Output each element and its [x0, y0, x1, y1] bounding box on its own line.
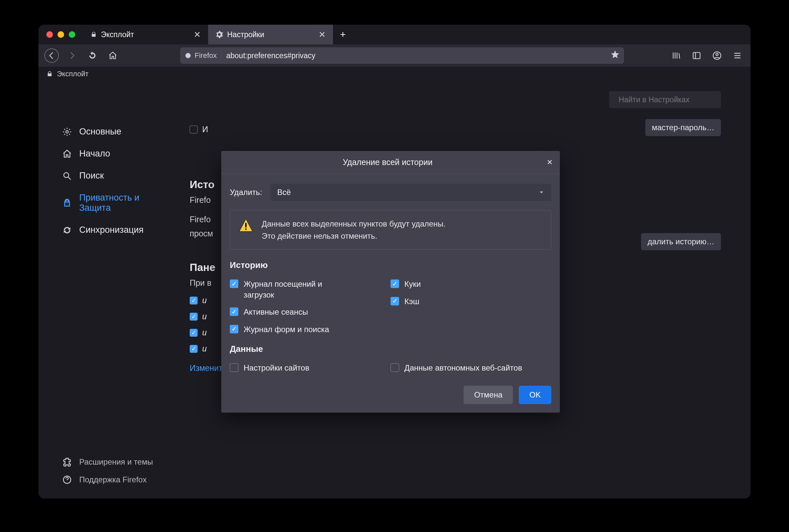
- new-tab-button[interactable]: +: [333, 29, 353, 40]
- search-icon: [614, 96, 615, 103]
- group-heading-history: Историю: [230, 260, 551, 270]
- sidebar-item-label: Расширения и темы: [79, 457, 153, 467]
- tab-exploit[interactable]: Эксплойт ✕: [83, 25, 208, 44]
- settings-search[interactable]: [609, 91, 721, 108]
- preferences-content: Основные Начало Поиск Приватность и Защи…: [38, 81, 751, 498]
- lock-icon: [46, 71, 53, 77]
- close-icon[interactable]: ✕: [319, 30, 326, 40]
- checkbox-site-settings[interactable]: Настройки сайтов: [230, 359, 390, 377]
- timerange-select[interactable]: Всё: [271, 184, 551, 201]
- maximize-window-icon[interactable]: [69, 31, 75, 38]
- dialog-title: Удаление всей истории: [229, 157, 547, 167]
- tab-strip: Эксплойт ✕ Настройки ✕ +: [38, 25, 751, 44]
- svg-point-5: [64, 173, 69, 177]
- identity-label: Firefox: [195, 51, 217, 60]
- chevron-down-icon: [538, 189, 545, 196]
- sidebar-item-privacy[interactable]: Приватность и Защита: [58, 187, 183, 219]
- warning-line: Данные всех выделенных пунктов будут уда…: [262, 218, 445, 230]
- sidebar-item-label: Приватность и Защита: [79, 193, 165, 213]
- warning-box: Данные всех выделенных пунктов будут уда…: [230, 210, 551, 250]
- bookmark-star-icon[interactable]: [611, 50, 619, 61]
- sidebar-item-sync[interactable]: Синхронизация: [58, 219, 183, 241]
- menu-icon[interactable]: [730, 48, 745, 63]
- forward-button[interactable]: [65, 48, 79, 63]
- identity-box[interactable]: Firefox: [185, 51, 222, 60]
- svg-rect-8: [245, 223, 247, 228]
- checkbox-label: Активные сеансы: [244, 307, 308, 317]
- window-controls: [38, 31, 83, 38]
- checkbox-sessions[interactable]: Активные сеансы: [230, 303, 390, 321]
- close-icon[interactable]: ✕: [194, 30, 201, 40]
- sidebar-item-general[interactable]: Основные: [58, 121, 183, 143]
- checkbox-label: Кэш: [404, 296, 419, 307]
- checkbox-label: Куки: [404, 279, 421, 289]
- warning-line: Это действие нельзя отменить.: [262, 230, 445, 242]
- tab-settings[interactable]: Настройки ✕: [208, 25, 333, 44]
- svg-rect-9: [245, 229, 247, 230]
- warning-icon: [238, 218, 254, 233]
- svg-rect-1: [693, 53, 700, 59]
- timerange-label: Удалить:: [230, 188, 262, 197]
- preferences-sidebar: Основные Начало Поиск Приватность и Защи…: [38, 81, 190, 498]
- select-value: Всё: [277, 188, 291, 197]
- master-password-button[interactable]: мастер-пароль…: [645, 119, 721, 136]
- sidebar-item-label: Синхронизация: [79, 225, 144, 235]
- tab-label: Эксплойт: [101, 30, 134, 39]
- svg-point-0: [186, 53, 191, 58]
- checkbox-label: Журнал форм и поиска: [244, 324, 329, 335]
- sidebar-icon[interactable]: [689, 48, 704, 63]
- nav-toolbar: Firefox about:preferences#privacy: [38, 44, 751, 67]
- checkbox-visits[interactable]: Журнал посещений и загрузок: [230, 276, 390, 303]
- minimize-window-icon[interactable]: [58, 31, 64, 38]
- sidebar-item-label: Основные: [79, 127, 121, 137]
- address-bar[interactable]: Firefox about:preferences#privacy: [180, 48, 624, 64]
- checkbox-forms[interactable]: Журнал форм и поиска: [230, 321, 390, 338]
- sidebar-item-search[interactable]: Поиск: [58, 165, 183, 187]
- back-button[interactable]: [44, 48, 59, 63]
- tab-label: Настройки: [227, 30, 264, 39]
- search-input[interactable]: [619, 95, 716, 104]
- svg-point-3: [716, 53, 718, 56]
- ok-button[interactable]: OK: [519, 386, 551, 404]
- group-heading-data: Данные: [230, 344, 551, 354]
- checkbox-label: Журнал посещений и загрузок: [244, 279, 336, 300]
- browser-window: Эксплойт ✕ Настройки ✕ + Firefox: [38, 25, 751, 498]
- svg-point-4: [66, 131, 69, 133]
- sidebar-item-label: Поддержка Firefox: [79, 475, 147, 484]
- library-icon[interactable]: [669, 48, 684, 63]
- clear-history-button[interactable]: далить историю…: [641, 233, 721, 250]
- sidebar-item-support[interactable]: Поддержка Firefox: [58, 471, 157, 489]
- gear-icon: [215, 31, 223, 38]
- home-button[interactable]: [105, 48, 120, 63]
- address-text: about:preferences#privacy: [226, 51, 606, 60]
- checkbox-offline-data[interactable]: Данные автономных веб-сайтов: [390, 359, 551, 377]
- breadcrumb-label: Эксплойт: [57, 70, 89, 78]
- svg-point-7: [614, 100, 615, 100]
- account-icon[interactable]: [710, 48, 724, 63]
- checkbox-label: Данные автономных веб-сайтов: [404, 363, 522, 373]
- dialog-titlebar: Удаление всей истории ✕: [221, 151, 560, 174]
- cancel-button[interactable]: Отмена: [464, 386, 513, 404]
- sidebar-item-addons[interactable]: Расширения и темы: [58, 453, 157, 471]
- sidebar-item-label: Поиск: [79, 171, 104, 181]
- breadcrumb: Эксплойт: [38, 67, 751, 81]
- checkbox-row[interactable]: И: [190, 121, 208, 137]
- checkbox-cookies[interactable]: Куки: [390, 276, 551, 292]
- clear-history-dialog: Удаление всей истории ✕ Удалить: Всё: [221, 151, 560, 413]
- lock-icon: [91, 31, 97, 38]
- checkbox-label: Настройки сайтов: [244, 363, 309, 373]
- close-icon[interactable]: ✕: [547, 158, 553, 167]
- sidebar-item-home[interactable]: Начало: [58, 143, 183, 165]
- reload-button[interactable]: [85, 48, 100, 63]
- close-window-icon[interactable]: [46, 31, 53, 38]
- sidebar-item-label: Начало: [79, 149, 110, 159]
- firefox-icon: [185, 52, 191, 59]
- checkbox-cache[interactable]: Кэш: [390, 293, 551, 310]
